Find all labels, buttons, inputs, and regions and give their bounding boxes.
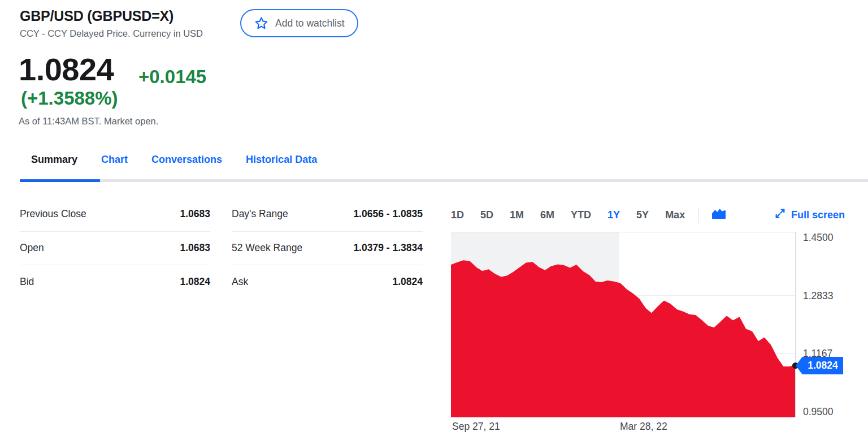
y-axis-tick-label: 1.4500 bbox=[803, 232, 834, 243]
active-tab-indicator bbox=[20, 179, 100, 182]
y-axis-tick-label: 1.2833 bbox=[803, 290, 834, 301]
tabs: SummaryChartConversationsHistorical Data bbox=[31, 154, 317, 166]
stats-column-right: Day's Range1.0656 - 1.083552 Week Range1… bbox=[232, 197, 423, 299]
expand-arrows-icon bbox=[774, 208, 786, 222]
y-axis-tick-label: 0.9500 bbox=[803, 406, 834, 417]
x-axis-tick-label: Sep 27, 21 bbox=[452, 421, 500, 432]
toolbar-divider bbox=[698, 208, 698, 223]
quote-page: GBP/USD (GBPUSD=X) CCY - CCY Delayed Pri… bbox=[0, 0, 868, 436]
fullscreen-label: Full screen bbox=[791, 209, 845, 221]
stat-row-previous-close: Previous Close1.0683 bbox=[20, 197, 210, 231]
stat-label: Day's Range bbox=[232, 208, 288, 220]
range-button-max[interactable]: Max bbox=[665, 209, 685, 221]
stat-label: Previous Close bbox=[20, 208, 86, 220]
price-chart[interactable] bbox=[451, 232, 796, 417]
stat-value: 1.0379 - 1.3834 bbox=[353, 242, 423, 254]
last-price-tag: 1.0824 bbox=[796, 357, 843, 374]
price-change: +0.0145 bbox=[138, 67, 206, 86]
stat-row-bid: Bid1.0824 bbox=[20, 265, 210, 299]
tab-summary[interactable]: Summary bbox=[31, 154, 77, 166]
chart-toolbar: 1D5D1M6MYTD1Y5YMax Full screen bbox=[451, 207, 845, 223]
quote-subtitle: CCY - CCY Delayed Price. Currency in USD bbox=[20, 28, 203, 39]
stat-row-52-week-range: 52 Week Range1.0379 - 1.3834 bbox=[232, 231, 423, 265]
stat-label: Open bbox=[20, 242, 44, 254]
range-button-6m[interactable]: 6M bbox=[540, 209, 554, 221]
add-to-watchlist-button[interactable]: Add to watchlist bbox=[240, 9, 358, 37]
area-chart-icon bbox=[711, 208, 726, 222]
price-area bbox=[451, 261, 796, 417]
range-button-1d[interactable]: 1D bbox=[451, 209, 464, 221]
as-of-timestamp: As of 11:43AM BST. Market open. bbox=[19, 116, 158, 127]
stat-row-day-s-range: Day's Range1.0656 - 1.0835 bbox=[232, 197, 423, 231]
stat-value: 1.0656 - 1.0835 bbox=[353, 208, 423, 220]
tab-chart[interactable]: Chart bbox=[101, 154, 128, 166]
fullscreen-button[interactable]: Full screen bbox=[774, 208, 845, 222]
range-button-5d[interactable]: 5D bbox=[480, 209, 493, 221]
x-axis-tick-label: Mar 28, 22 bbox=[620, 421, 667, 432]
range-button-ytd[interactable]: YTD bbox=[571, 209, 591, 221]
stat-value: 1.0824 bbox=[392, 276, 423, 288]
tab-historical-data[interactable]: Historical Data bbox=[246, 154, 317, 166]
range-button-1m[interactable]: 1M bbox=[510, 209, 524, 221]
stat-value: 1.0683 bbox=[180, 208, 210, 220]
stat-value: 1.0824 bbox=[180, 276, 210, 288]
stat-label: Ask bbox=[232, 276, 248, 288]
price-change-percent: (+1.3588%) bbox=[21, 89, 118, 107]
stats-column-left: Previous Close1.0683Open1.0683Bid1.0824 bbox=[20, 197, 210, 299]
stat-row-open: Open1.0683 bbox=[20, 231, 210, 265]
chart-type-button[interactable] bbox=[711, 208, 726, 222]
stat-value: 1.0683 bbox=[180, 242, 210, 254]
range-button-5y[interactable]: 5Y bbox=[636, 209, 649, 221]
watchlist-button-label: Add to watchlist bbox=[275, 18, 345, 29]
stat-label: 52 Week Range bbox=[232, 242, 302, 254]
tabbar-track bbox=[20, 179, 868, 182]
range-buttons: 1D5D1M6MYTD1Y5YMax bbox=[451, 209, 685, 221]
area-chart bbox=[451, 232, 796, 417]
stat-label: Bid bbox=[20, 276, 34, 288]
stat-row-ask: Ask1.0824 bbox=[232, 265, 423, 299]
current-price: 1.0824 bbox=[19, 54, 114, 85]
range-button-1y[interactable]: 1Y bbox=[607, 209, 620, 221]
tab-conversations[interactable]: Conversations bbox=[151, 154, 222, 166]
star-icon bbox=[254, 16, 269, 31]
page-title: GBP/USD (GBPUSD=X) bbox=[20, 8, 173, 24]
